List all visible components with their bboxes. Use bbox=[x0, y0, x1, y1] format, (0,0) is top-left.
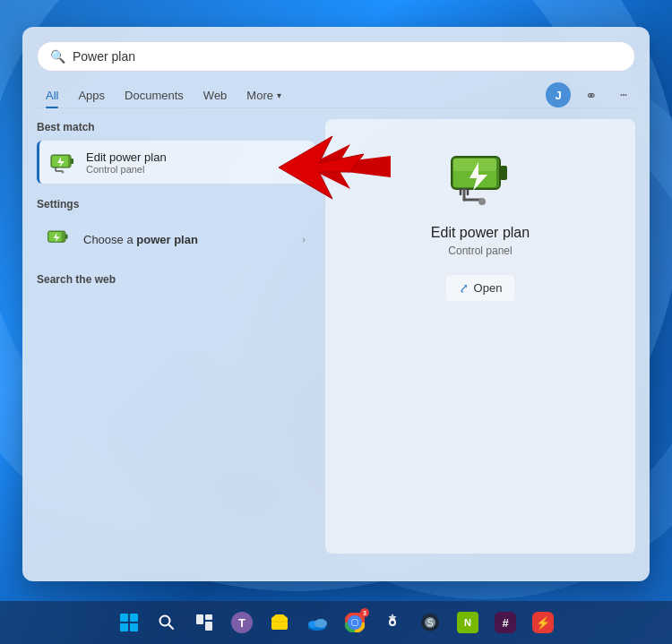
tabs-bar: All Apps Documents Web More ▾ J ⚭ ··· bbox=[22, 79, 650, 107]
power-plan-icon bbox=[48, 148, 77, 176]
tab-web[interactable]: Web bbox=[194, 83, 237, 107]
svg-rect-16 bbox=[500, 166, 507, 180]
svg-rect-25 bbox=[120, 623, 128, 631]
right-panel-subtitle: Control panel bbox=[448, 245, 512, 257]
taskbar-steam-icon[interactable]: S bbox=[414, 606, 446, 639]
tab-documents[interactable]: Documents bbox=[116, 83, 193, 107]
tab-more[interactable]: More ▾ bbox=[237, 83, 290, 107]
taskbar-game-icon[interactable]: ⚡ bbox=[527, 606, 559, 639]
main-content: Best match bbox=[22, 108, 650, 564]
taskbar-files-icon[interactable] bbox=[263, 606, 296, 639]
taskbar-slack-icon[interactable]: # bbox=[489, 606, 521, 639]
user-avatar[interactable]: J bbox=[546, 82, 571, 107]
taskbar-settings-icon[interactable] bbox=[376, 606, 409, 639]
taskbar-teams-icon[interactable]: T bbox=[226, 606, 258, 639]
svg-rect-29 bbox=[196, 614, 203, 624]
svg-rect-11 bbox=[65, 235, 68, 239]
svg-line-28 bbox=[169, 625, 174, 630]
svg-point-20 bbox=[478, 198, 486, 205]
taskbar-onedrive-icon[interactable] bbox=[301, 606, 333, 639]
svg-text:S: S bbox=[427, 618, 434, 628]
taskbar: T 3 bbox=[0, 601, 672, 644]
svg-rect-2 bbox=[71, 159, 73, 164]
taskbar-start-button[interactable] bbox=[113, 606, 145, 639]
taskbar-chrome-icon[interactable]: 3 bbox=[339, 606, 371, 639]
annotation-arrow bbox=[270, 132, 368, 207]
chevron-right-icon: › bbox=[302, 234, 306, 245]
svg-rect-31 bbox=[205, 622, 212, 631]
more-chevron-icon: ▾ bbox=[277, 90, 281, 100]
settings-item-label: Choose a power plan bbox=[83, 233, 293, 246]
right-panel-icon bbox=[444, 141, 516, 212]
svg-point-34 bbox=[314, 619, 327, 628]
svg-rect-24 bbox=[130, 614, 138, 622]
svg-point-6 bbox=[62, 171, 65, 174]
svg-rect-26 bbox=[130, 623, 138, 631]
open-button[interactable]: ⤤ Open bbox=[446, 275, 515, 301]
search-input[interactable]: Power plan bbox=[73, 49, 622, 64]
tab-icons: J ⚭ ··· bbox=[546, 82, 635, 107]
svg-rect-23 bbox=[120, 614, 128, 622]
svg-rect-30 bbox=[205, 614, 212, 620]
taskbar-search-icon[interactable] bbox=[151, 606, 183, 639]
search-icon: 🔍 bbox=[50, 49, 65, 64]
left-panel: Best match bbox=[37, 119, 314, 554]
right-panel: Edit power plan Control panel ⤤ Open bbox=[325, 119, 635, 554]
tab-all[interactable]: All bbox=[37, 83, 67, 107]
tab-apps[interactable]: Apps bbox=[69, 83, 114, 107]
start-menu: 🔍 Power plan All Apps Documents Web More… bbox=[22, 27, 650, 581]
open-external-icon: ⤤ bbox=[459, 281, 469, 295]
svg-point-37 bbox=[352, 620, 358, 626]
taskbar-nvidia-icon[interactable]: N bbox=[452, 606, 484, 639]
search-bar[interactable]: 🔍 Power plan bbox=[37, 41, 635, 72]
open-label: Open bbox=[474, 281, 503, 295]
connections-icon[interactable]: ⚭ bbox=[578, 82, 603, 107]
search-web-label: Search the web bbox=[37, 270, 314, 289]
settings-power-icon bbox=[46, 225, 74, 253]
right-panel-title: Edit power plan bbox=[431, 225, 530, 241]
more-options-icon[interactable]: ··· bbox=[610, 82, 635, 107]
settings-item-power-plan[interactable]: Choose a power plan › bbox=[37, 218, 314, 261]
taskbar-taskview-icon[interactable] bbox=[188, 606, 220, 639]
svg-marker-7 bbox=[279, 136, 364, 199]
